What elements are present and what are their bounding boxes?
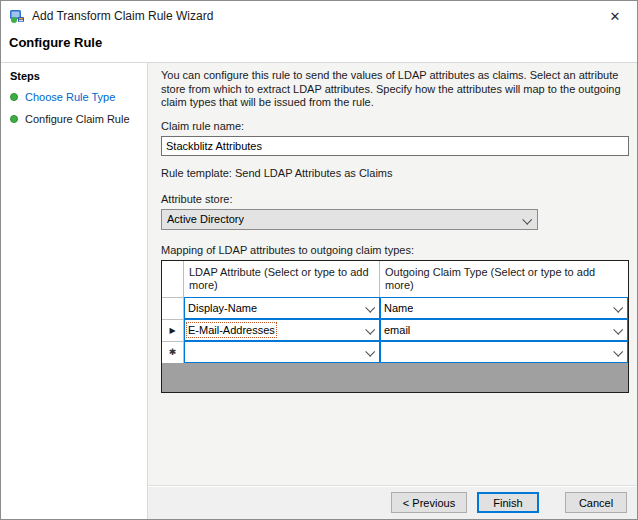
outgoing-claim-combo-row1[interactable]: Name <box>380 297 628 319</box>
close-icon[interactable]: ✕ <box>601 4 629 28</box>
mapping-table-label: Mapping of LDAP attributes to outgoing c… <box>161 244 633 256</box>
page-title: Configure Rule <box>1 31 637 63</box>
chevron-down-icon <box>365 324 375 334</box>
chevron-down-icon <box>613 302 623 312</box>
combo-value: Name <box>384 302 413 314</box>
combo-value: email <box>384 324 410 336</box>
step-label: Choose Rule Type <box>25 91 115 103</box>
step-label: Configure Claim Rule <box>25 113 130 125</box>
dialog-body: Steps Choose Rule Type Configure Claim R… <box>1 63 637 519</box>
step-complete-bullet-icon <box>10 93 18 101</box>
sidebar-item-configure-claim-rule[interactable]: Configure Claim Rule <box>10 113 138 125</box>
content-pane: You can configure this rule to send the … <box>148 63 638 519</box>
grid-header-row: LDAP Attribute (Select or type to add mo… <box>162 261 628 297</box>
current-row-arrow-icon: ▶ <box>169 326 175 335</box>
sidebar-item-choose-rule-type[interactable]: Choose Rule Type <box>10 91 138 103</box>
combo-value: E-Mail-Addresses <box>188 324 275 336</box>
column-header-ldap-attribute[interactable]: LDAP Attribute (Select or type to add mo… <box>184 261 380 297</box>
finish-button[interactable]: Finish <box>477 492 539 513</box>
ldap-attribute-combo-row2[interactable]: E-Mail-Addresses <box>184 319 380 341</box>
wizard-app-icon <box>9 8 25 24</box>
steps-header: Steps <box>10 70 138 82</box>
claim-rule-name-label: Claim rule name: <box>161 120 633 132</box>
step-complete-bullet-icon <box>10 115 18 123</box>
row-selector-cell-current[interactable]: ▶ <box>162 319 184 341</box>
cancel-button[interactable]: Cancel <box>565 492 627 513</box>
table-row-new: ✱ <box>162 341 628 363</box>
combo-value: Display-Name <box>188 302 257 314</box>
chevron-down-icon <box>365 302 375 312</box>
title-bar: Add Transform Claim Rule Wizard ✕ <box>1 1 637 31</box>
table-row: Display-Name Name <box>162 297 628 319</box>
ldap-attribute-combo-row3[interactable] <box>184 341 380 363</box>
add-transform-claim-rule-wizard-dialog: Add Transform Claim Rule Wizard ✕ Config… <box>0 0 638 520</box>
table-row: ▶ E-Mail-Addresses email <box>162 319 628 341</box>
new-row-selector-cell[interactable]: ✱ <box>162 341 184 363</box>
grid-empty-area <box>162 363 628 393</box>
steps-sidebar: Steps Choose Rule Type Configure Claim R… <box>1 63 148 519</box>
previous-button[interactable]: < Previous <box>391 492 467 513</box>
new-row-asterisk-icon: ✱ <box>169 347 177 357</box>
window-title: Add Transform Claim Rule Wizard <box>32 9 601 23</box>
attribute-store-label: Attribute store: <box>161 193 633 205</box>
claim-rule-name-input[interactable] <box>161 136 629 156</box>
ldap-attribute-combo-row1[interactable]: Display-Name <box>184 297 380 319</box>
attribute-store-select[interactable]: Active Directory <box>161 209 538 230</box>
grid-corner-cell[interactable] <box>162 261 184 297</box>
outgoing-claim-combo-row2[interactable]: email <box>380 319 628 341</box>
column-header-outgoing-claim-type[interactable]: Outgoing Claim Type (Select or type to a… <box>380 261 628 297</box>
rule-description-text: You can configure this rule to send the … <box>161 69 633 110</box>
attribute-store-value: Active Directory <box>167 213 244 225</box>
ldap-mapping-grid: LDAP Attribute (Select or type to add mo… <box>161 260 629 393</box>
button-bar: < Previous Finish Cancel <box>148 485 638 519</box>
row-selector-cell[interactable] <box>162 297 184 319</box>
chevron-down-icon <box>613 324 623 334</box>
outgoing-claim-combo-row3[interactable] <box>380 341 628 363</box>
chevron-down-icon <box>365 346 375 356</box>
chevron-down-icon <box>613 346 623 356</box>
rule-template-text: Rule template: Send LDAP Attributes as C… <box>161 167 633 179</box>
chevron-down-icon <box>522 214 532 224</box>
